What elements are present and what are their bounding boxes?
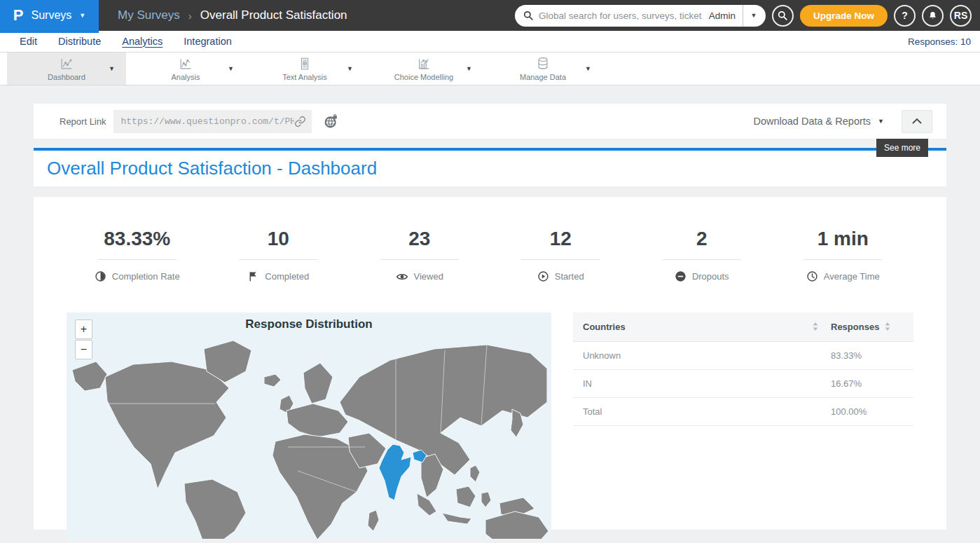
toolbar-item-text-analysis[interactable]: Text Analysis ▼	[245, 53, 364, 85]
report-link-label: Report Link	[60, 116, 106, 127]
stat-average-time: 1 min Average Time	[773, 228, 914, 283]
topbar-actions: Admin ▼ Upgrade Now ? RS	[515, 5, 980, 27]
play-circle-icon	[537, 270, 549, 282]
table-row: Total 100.00%	[573, 398, 913, 426]
toolbar-item-label: Text Analysis	[282, 73, 327, 81]
bell-icon	[927, 11, 938, 21]
stat-divider	[521, 259, 600, 260]
country-cell: IN	[583, 378, 592, 389]
download-data-reports-menu[interactable]: Download Data & Reports ▼	[753, 116, 884, 127]
responses-count: Responses: 10	[908, 36, 980, 47]
chevron-down-icon[interactable]: ▼	[466, 65, 472, 72]
country-cell: Unknown	[583, 350, 621, 361]
upgrade-now-button[interactable]: Upgrade Now	[800, 5, 888, 27]
stat-dropouts: 2 Dropouts	[631, 228, 773, 283]
top-bar: P Surveys ▼ My Surveys › Overall Product…	[0, 0, 980, 31]
choice-modelling-icon	[416, 56, 432, 71]
database-icon	[535, 56, 551, 71]
world-map[interactable]	[67, 312, 551, 539]
share-settings-button[interactable]	[324, 114, 338, 129]
toolbar-item-analysis[interactable]: Analysis ▼	[126, 53, 245, 85]
response-distribution-map[interactable]: Response Distribution + −	[67, 312, 551, 539]
search-scope-selector[interactable]: Admin	[702, 11, 743, 21]
flag-icon	[247, 270, 259, 282]
chevron-down-icon[interactable]: ▼	[347, 65, 353, 72]
product-switcher[interactable]: P Surveys ▼	[0, 0, 99, 31]
stat-value: 23	[349, 228, 490, 250]
stat-started: 12 Started	[490, 228, 632, 283]
responses-cell: 83.33%	[831, 350, 862, 361]
analytics-toolbar: Dashboard ▼ Analysis ▼ Text Analysis ▼	[0, 53, 980, 85]
active-product-indicator	[0, 31, 99, 33]
stat-value: 1 min	[773, 228, 914, 250]
stats-row: 83.33% Completion Rate 10	[67, 228, 913, 283]
nav-item-edit[interactable]: Edit	[20, 36, 37, 48]
countries-table: Countries Responses	[573, 312, 913, 539]
download-data-reports-label: Download Data & Reports	[753, 116, 871, 127]
stat-label: Completion Rate	[112, 271, 180, 282]
stat-divider	[803, 259, 882, 260]
toolbar-item-choice-modelling[interactable]: Choice Modelling ▼	[364, 53, 483, 85]
stat-divider	[380, 259, 459, 260]
zoom-out-button[interactable]: −	[75, 340, 92, 359]
user-avatar[interactable]: RS	[950, 5, 972, 27]
global-search-input[interactable]	[539, 11, 702, 21]
chevron-down-icon[interactable]: ▼	[585, 65, 591, 72]
global-search[interactable]: Admin ▼	[515, 5, 766, 27]
nav-item-analytics[interactable]: Analytics	[122, 36, 163, 48]
survey-nav: Edit Distribute Analytics Integration Re…	[0, 31, 980, 53]
country-cell: Total	[583, 406, 602, 417]
nav-item-distribute[interactable]: Distribute	[58, 36, 101, 48]
countries-table-header: Countries Responses	[573, 312, 913, 342]
sort-icon[interactable]	[813, 322, 818, 331]
stat-completion-rate: 83.33% Completion Rate	[67, 228, 208, 283]
table-row: Unknown 83.33%	[573, 342, 913, 370]
completion-rate-icon	[95, 270, 106, 282]
notifications-button[interactable]	[922, 5, 944, 27]
page-title: Overall Product Satisfaction - Dashboard	[47, 158, 377, 179]
help-button[interactable]: ?	[894, 5, 916, 27]
toolbar-item-manage-data[interactable]: Manage Data ▼	[483, 53, 602, 85]
chevron-up-icon	[911, 118, 923, 125]
zoom-in-button[interactable]: +	[75, 319, 92, 339]
link-icon[interactable]	[294, 116, 306, 128]
report-url[interactable]: https://www.questionpro.com/t/PHBu	[120, 116, 294, 127]
map-zoom-controls: + −	[75, 319, 92, 359]
toolbar-item-label: Manage Data	[520, 73, 566, 81]
breadcrumb-current: Overall Product Satisfaction	[200, 8, 347, 22]
text-analysis-icon	[297, 56, 312, 71]
breadcrumb: My Surveys › Overall Product Satisfactio…	[118, 8, 347, 22]
chevron-down-icon: ▼	[79, 13, 85, 19]
country-india[interactable]	[379, 444, 427, 500]
chevron-down-icon[interactable]: ▼	[109, 65, 115, 72]
stat-label: Completed	[265, 271, 309, 282]
report-link-field[interactable]: https://www.questionpro.com/t/PHBu	[113, 110, 312, 133]
clock-icon	[806, 270, 818, 282]
collapse-header-button[interactable]	[902, 110, 932, 133]
toolbar-item-dashboard[interactable]: Dashboard ▼	[7, 53, 126, 85]
stat-value: 10	[208, 228, 350, 250]
breadcrumb-my-surveys[interactable]: My Surveys	[118, 8, 180, 22]
questionpro-logo-icon: P	[13, 8, 24, 23]
responses-cell: 100.00%	[831, 406, 867, 417]
stat-value: 2	[631, 228, 773, 250]
table-row: IN 16.67%	[573, 370, 913, 398]
chevron-down-icon[interactable]: ▼	[228, 65, 234, 72]
sort-icon[interactable]	[885, 322, 890, 331]
nav-item-integration[interactable]: Integration	[184, 36, 232, 48]
product-label: Surveys	[31, 9, 71, 22]
stat-value: 12	[490, 228, 632, 250]
column-header-countries[interactable]: Countries	[583, 322, 626, 332]
report-link-bar: Report Link https://www.questionpro.com/…	[34, 104, 946, 139]
column-header-responses[interactable]: Responses	[831, 322, 879, 332]
page-content: Report Link https://www.questionpro.com/…	[0, 85, 980, 530]
search-scope-caret[interactable]: ▼	[743, 5, 764, 27]
toolbar-item-label: Dashboard	[48, 73, 85, 81]
stat-value: 83.33%	[67, 228, 208, 250]
toolbar-item-label: Analysis	[172, 73, 200, 81]
stat-divider	[98, 259, 177, 260]
stat-label: Viewed	[414, 271, 443, 282]
search-button[interactable]	[772, 5, 794, 27]
title-panel: Overall Product Satisfaction - Dashboard	[34, 148, 946, 186]
stat-label: Average Time	[824, 271, 880, 282]
